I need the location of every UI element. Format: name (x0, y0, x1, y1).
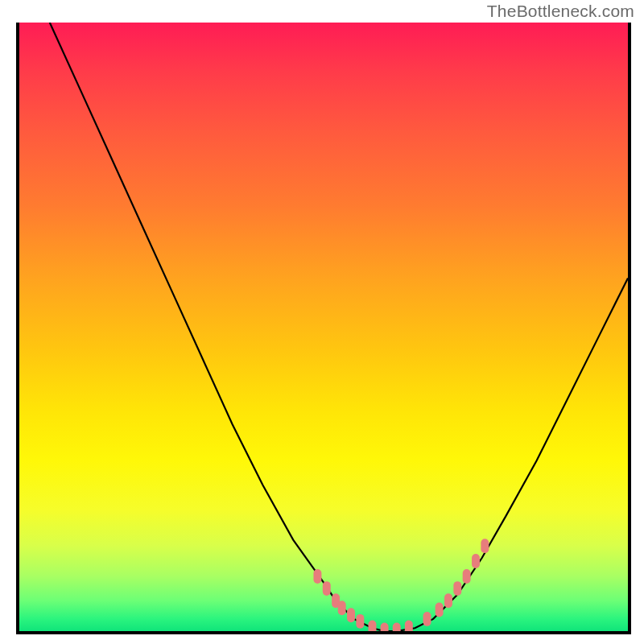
marker-point (472, 554, 480, 568)
marker-point (405, 620, 413, 631)
marker-point (481, 539, 489, 553)
marker-point (436, 603, 444, 617)
marker-point (463, 569, 471, 584)
marker-point (381, 623, 389, 631)
marker-point (338, 601, 346, 615)
marker-point (313, 569, 321, 584)
marker-group (313, 539, 489, 631)
marker-point (453, 581, 461, 596)
marker-point (423, 612, 431, 626)
plot-right-border (628, 23, 631, 634)
marker-point (356, 614, 364, 629)
marker-point (347, 608, 355, 622)
chart-container: TheBottleneck.com (0, 0, 644, 644)
plot-area (16, 23, 628, 634)
marker-point (393, 623, 401, 631)
bottleneck-curve-path (50, 23, 628, 631)
marker-point (323, 581, 331, 596)
attribution-text: TheBottleneck.com (487, 2, 634, 21)
marker-point (369, 620, 377, 631)
marker-point (444, 593, 452, 608)
curve-layer (19, 23, 628, 631)
